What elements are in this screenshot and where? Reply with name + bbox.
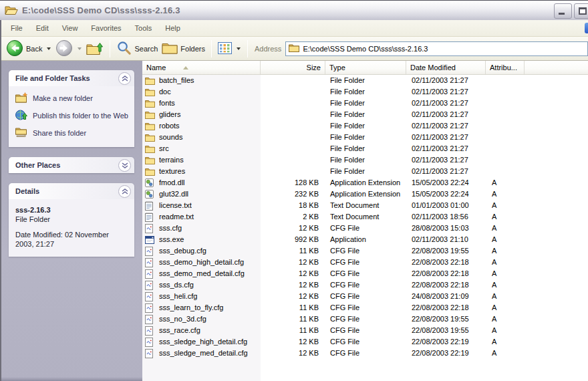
column-header-size[interactable]: Size [261, 61, 325, 74]
file-row[interactable]: sss.exe 992 KB Application 02/11/2003 21… [142, 234, 588, 245]
panel-title: File and Folder Tasks [15, 74, 90, 82]
file-date-modified: 02/11/2003 21:27 [406, 109, 486, 120]
other-places-header[interactable]: Other Places [9, 157, 134, 173]
file-row[interactable]: sss_learn_to_fly.cfg 11 KB CFG File 22/0… [142, 302, 588, 313]
file-row[interactable]: glut32.dll 232 KB Application Extension … [142, 188, 588, 200]
file-size [261, 120, 325, 132]
file-name: sss_sledge_med_detail.cfg [159, 348, 248, 359]
file-size: 12 KB [261, 223, 325, 234]
task-label: Share this folder [33, 128, 86, 138]
file-row[interactable]: readme.txt 2 KB Text Document 02/11/2003… [142, 211, 588, 223]
dll-file-icon [145, 190, 156, 199]
file-date-modified: 02/11/2003 21:27 [406, 98, 486, 109]
column-headers: Name Size Type Date Modified Attribu... [142, 61, 588, 75]
column-label: Attribu... [490, 64, 517, 72]
back-dropdown-icon[interactable] [47, 47, 51, 50]
file-attributes: A [486, 245, 525, 257]
file-name: glut32.dll [159, 188, 188, 200]
file-row[interactable]: fonts File Folder 02/11/2003 21:27 [142, 98, 588, 109]
views-dropdown-icon[interactable] [237, 47, 241, 50]
address-label: Address [255, 45, 281, 53]
file-date-modified: 22/08/2003 19:55 [406, 313, 486, 325]
menu-help[interactable]: Help [158, 21, 187, 35]
title-bar[interactable]: E:\code\SSS Demo CD\sss\sss-2.16.3 [0, 0, 588, 20]
sort-ascending-icon [183, 66, 188, 70]
file-row[interactable]: sss_sledge_high_detail.cfg 12 KB CFG Fil… [142, 336, 588, 348]
cfg-file-icon [145, 269, 156, 279]
file-row[interactable]: sss_demo_high_detail.cfg 12 KB CFG File … [142, 257, 588, 268]
menu-bar: File Edit View Favorites Tools Help [0, 20, 588, 37]
search-button[interactable]: Search [114, 39, 160, 58]
menu-edit[interactable]: Edit [29, 21, 55, 35]
file-row[interactable]: doc File Folder 02/11/2003 21:27 [142, 86, 588, 98]
folders-icon [162, 41, 178, 56]
file-attributes: A [486, 348, 525, 359]
chevron-down-icon [122, 162, 128, 168]
column-header-name[interactable]: Name [142, 61, 261, 74]
column-header-date-modified[interactable]: Date Modified [406, 61, 486, 74]
file-name: fmod.dll [159, 177, 185, 188]
file-date-modified: 02/11/2003 21:27 [406, 154, 486, 166]
file-row[interactable]: src File Folder 02/11/2003 21:27 [142, 143, 588, 154]
toolbar-separator [247, 40, 248, 57]
file-attributes [486, 109, 525, 120]
share-folder-task[interactable]: Share this folder [15, 128, 129, 139]
file-row[interactable]: sss_race.cfg 11 KB CFG File 22/08/2003 1… [142, 325, 588, 336]
menu-view[interactable]: View [55, 21, 85, 35]
maximize-button[interactable] [574, 3, 588, 19]
folders-button[interactable]: Folders [160, 40, 207, 57]
publish-folder-task[interactable]: Publish this folder to the Web [15, 110, 129, 122]
file-attributes: A [486, 257, 525, 268]
file-and-folder-tasks-header[interactable]: File and Folder Tasks [9, 70, 134, 86]
file-row[interactable]: batch_files File Folder 02/11/2003 21:27 [142, 75, 588, 86]
details-header[interactable]: Details [9, 183, 134, 199]
window-title: E:\code\SSS Demo CD\sss\sss-2.16.3 [22, 5, 180, 15]
file-row[interactable]: sss_debug.cfg 11 KB CFG File 22/08/2003 … [142, 245, 588, 257]
file-row[interactable]: sss_heli.cfg 12 KB CFG File 24/08/2003 2… [142, 291, 588, 302]
minimize-button[interactable] [554, 3, 572, 19]
file-row[interactable]: license.txt 18 KB Text Document 01/01/20… [142, 200, 588, 211]
file-row[interactable]: gliders File Folder 02/11/2003 21:27 [142, 109, 588, 120]
file-row[interactable]: sss_sledge_med_detail.cfg 12 KB CFG File… [142, 348, 588, 359]
column-header-type[interactable]: Type [325, 61, 406, 74]
expand-panel-button[interactable] [118, 159, 131, 172]
up-folder-icon [86, 40, 104, 57]
menu-favorites[interactable]: Favorites [84, 21, 128, 35]
file-attributes: A [486, 325, 525, 336]
file-row[interactable]: fmod.dll 128 KB Application Extension 15… [142, 177, 588, 188]
file-row[interactable]: sss_no_3d.cfg 11 KB CFG File 22/08/2003 … [142, 313, 588, 325]
file-and-folder-tasks-panel: File and Folder Tasks [9, 70, 134, 147]
file-type: Text Document [325, 211, 406, 223]
file-type: CFG File [325, 336, 406, 348]
file-name: batch_files [159, 75, 194, 86]
file-row[interactable]: sounds File Folder 02/11/2003 21:27 [142, 132, 588, 143]
column-label: Type [329, 64, 345, 72]
file-type: CFG File [325, 291, 406, 302]
up-button[interactable] [84, 39, 106, 59]
task-pane-sidebar: File and Folder Tasks [0, 61, 142, 381]
file-row[interactable]: sss.cfg 12 KB CFG File 28/08/2003 15:03 … [142, 223, 588, 234]
file-row[interactable]: terrains File Folder 02/11/2003 21:27 [142, 154, 588, 166]
file-attributes [486, 143, 525, 154]
collapse-panel-button[interactable] [118, 72, 131, 85]
forward-dropdown-icon[interactable] [78, 47, 82, 50]
back-button[interactable]: Back [4, 38, 44, 59]
make-new-folder-task[interactable]: Make a new folder [15, 93, 129, 104]
details-date-modified: Date Modified: 02 November 2003, 21:27 [15, 230, 122, 249]
chevron-up-icon [122, 76, 128, 82]
file-row[interactable]: sss_ds.cfg 12 KB CFG File 22/08/2003 22:… [142, 279, 588, 291]
file-row[interactable]: textures File Folder 02/11/2003 21:27 [142, 166, 588, 177]
menu-file[interactable]: File [4, 21, 29, 35]
column-header-attributes[interactable]: Attribu... [486, 61, 525, 74]
toolbar-separator [110, 40, 110, 57]
file-rows: batch_files File Folder 02/11/2003 21:27… [142, 75, 588, 359]
file-row[interactable]: sss_demo_med_detail.cfg 12 KB CFG File 2… [142, 268, 588, 279]
address-input[interactable]: E:\code\SSS Demo CD\sss\sss-2.16.3 [285, 41, 588, 56]
file-name: sss_demo_high_detail.cfg [159, 257, 244, 268]
file-row[interactable]: robots File Folder 02/11/2003 21:27 [142, 120, 588, 132]
details-folder-type: File Folder [15, 215, 129, 223]
collapse-panel-button[interactable] [118, 185, 131, 198]
menu-tools[interactable]: Tools [128, 21, 159, 35]
views-button[interactable] [216, 41, 234, 57]
forward-button[interactable] [53, 38, 75, 59]
